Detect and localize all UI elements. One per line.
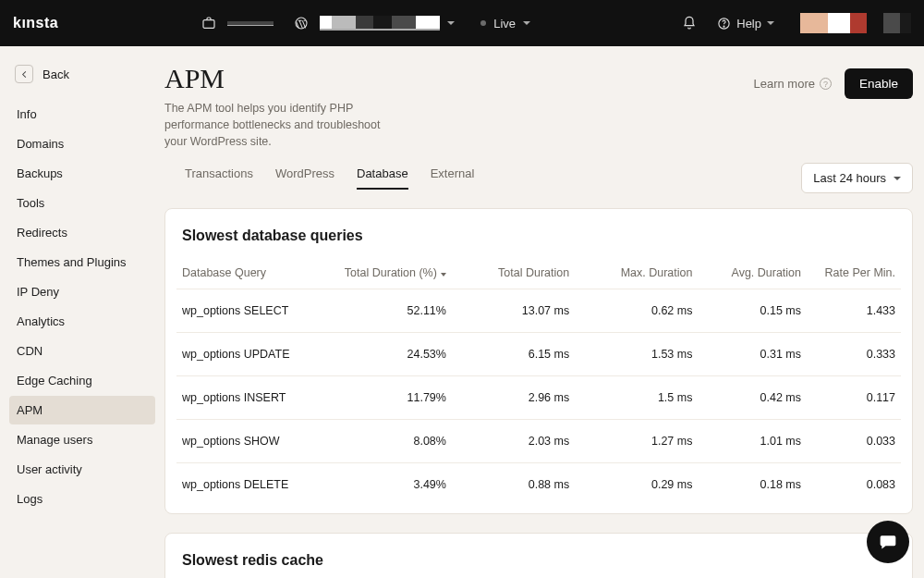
sidebar: Back InfoDomainsBackupsToolsRedirectsThe… xyxy=(0,46,164,578)
cell-total: 2.03 ms xyxy=(452,420,575,463)
svg-point-3 xyxy=(723,26,724,27)
col-max[interactable]: Max. Duration xyxy=(575,250,698,289)
sidebar-item-backups[interactable]: Backups xyxy=(9,159,155,188)
back-label: Back xyxy=(43,68,69,81)
table-row[interactable]: wp_options SELECT52.11%13.07 ms0.62 ms0.… xyxy=(176,289,901,333)
table-row[interactable]: wp_options UPDATE24.53%6.15 ms1.53 ms0.3… xyxy=(176,333,901,376)
cell-avg: 1.01 ms xyxy=(698,420,807,463)
col-rate[interactable]: Rate Per Min. xyxy=(807,250,901,289)
tabs: TransactionsWordPressDatabaseExternal xyxy=(185,166,474,190)
tab-wordpress[interactable]: WordPress xyxy=(275,166,334,190)
help-label: Help xyxy=(736,17,761,31)
time-range-dropdown[interactable]: Last 24 hours xyxy=(801,163,913,193)
cell-rate: 0.117 xyxy=(807,376,901,420)
slowest-db-card: Slowest database queries Database Query … xyxy=(164,208,913,514)
page-title: APM xyxy=(164,63,735,94)
slowest-redis-card: Slowest redis cache xyxy=(164,533,913,578)
cell-avg: 0.31 ms xyxy=(698,333,807,376)
sidebar-item-manage-users[interactable]: Manage users xyxy=(9,425,155,454)
table-row[interactable]: wp_options DELETE3.49%0.88 ms0.29 ms0.18… xyxy=(176,463,901,507)
enable-button[interactable]: Enable xyxy=(845,68,913,99)
cell-max: 0.29 ms xyxy=(575,463,698,507)
svg-rect-0 xyxy=(203,20,214,29)
cell-avg: 0.15 ms xyxy=(698,289,807,333)
brand-logo[interactable]: kınsta xyxy=(13,15,58,31)
help-tooltip-icon: ? xyxy=(820,78,832,90)
topbar: kınsta Live Help xyxy=(0,0,924,46)
db-queries-table: Database Query Total Duration (%) Total … xyxy=(176,250,901,506)
chat-icon xyxy=(879,533,897,551)
cell-pct: 24.53% xyxy=(329,333,452,376)
chat-button[interactable] xyxy=(867,521,909,563)
main-content: APM The APM tool helps you identify PHP … xyxy=(164,46,924,578)
cell-query: wp_options DELETE xyxy=(176,463,329,507)
cell-pct: 8.08% xyxy=(329,420,452,463)
company-name-redacted xyxy=(227,21,274,26)
tab-external[interactable]: External xyxy=(431,166,475,190)
sidebar-item-apm[interactable]: APM xyxy=(9,396,155,424)
cell-rate: 0.333 xyxy=(807,333,901,376)
sidebar-item-cdn[interactable]: CDN xyxy=(9,337,155,365)
chevron-down-icon xyxy=(447,21,455,25)
chevron-down-icon xyxy=(894,177,901,180)
col-pct[interactable]: Total Duration (%) xyxy=(329,250,452,289)
arrow-left-icon xyxy=(15,65,33,83)
env-label: Live xyxy=(493,17,516,31)
cell-total: 0.88 ms xyxy=(452,463,575,507)
sidebar-item-info[interactable]: Info xyxy=(9,100,155,129)
col-query[interactable]: Database Query xyxy=(176,250,329,289)
chevron-down-icon xyxy=(767,21,774,25)
briefcase-icon xyxy=(198,12,220,34)
sidebar-item-themes-and-plugins[interactable]: Themes and Plugins xyxy=(9,248,155,277)
cell-total: 6.15 ms xyxy=(452,333,575,376)
sidebar-item-logs[interactable]: Logs xyxy=(9,485,155,513)
cell-pct: 52.11% xyxy=(329,289,452,333)
sidebar-item-tools[interactable]: Tools xyxy=(9,189,155,217)
env-status-dot xyxy=(480,20,486,26)
environment-switcher[interactable]: Live xyxy=(480,17,530,31)
site-name-redacted xyxy=(320,16,440,31)
help-icon xyxy=(717,17,731,31)
cell-avg: 0.18 ms xyxy=(698,463,807,507)
cell-max: 1.53 ms xyxy=(575,333,698,376)
learn-more-label: Learn more xyxy=(753,77,814,91)
cell-query: wp_options SELECT xyxy=(176,289,329,333)
page-subtitle: The APM tool helps you identify PHP perf… xyxy=(164,100,405,150)
table-row[interactable]: wp_options SHOW8.08%2.03 ms1.27 ms1.01 m… xyxy=(176,420,901,463)
cell-query: wp_options INSERT xyxy=(176,376,329,420)
notifications-button[interactable] xyxy=(678,12,700,34)
cell-total: 13.07 ms xyxy=(452,289,575,333)
back-button[interactable]: Back xyxy=(9,57,155,100)
card-title: Slowest database queries xyxy=(176,228,901,250)
cell-rate: 0.033 xyxy=(807,420,901,463)
cell-query: wp_options SHOW xyxy=(176,420,329,463)
col-pct-label: Total Duration (%) xyxy=(345,266,437,279)
sidebar-item-domains[interactable]: Domains xyxy=(9,129,155,158)
account-avatar-redacted[interactable] xyxy=(800,13,911,33)
learn-more-link[interactable]: Learn more ? xyxy=(753,77,831,91)
sidebar-item-analytics[interactable]: Analytics xyxy=(9,307,155,336)
chevron-down-icon xyxy=(523,21,530,25)
sidebar-item-edge-caching[interactable]: Edge Caching xyxy=(9,366,155,395)
card-title: Slowest redis cache xyxy=(176,552,901,574)
cell-max: 0.62 ms xyxy=(575,289,698,333)
cell-max: 1.27 ms xyxy=(575,420,698,463)
wordpress-icon xyxy=(290,12,312,34)
cell-query: wp_options UPDATE xyxy=(176,333,329,376)
col-total[interactable]: Total Duration xyxy=(452,250,575,289)
sidebar-item-redirects[interactable]: Redirects xyxy=(9,218,155,247)
tab-transactions[interactable]: Transactions xyxy=(185,166,253,190)
cell-pct: 3.49% xyxy=(329,463,452,507)
col-avg[interactable]: Avg. Duration xyxy=(698,250,807,289)
help-menu[interactable]: Help xyxy=(717,17,774,31)
cell-max: 1.5 ms xyxy=(575,376,698,420)
table-row[interactable]: wp_options INSERT11.79%2.96 ms1.5 ms0.42… xyxy=(176,376,901,420)
cell-rate: 0.083 xyxy=(807,463,901,507)
site-switcher[interactable] xyxy=(290,12,455,34)
tab-database[interactable]: Database xyxy=(357,166,408,190)
sidebar-item-ip-deny[interactable]: IP Deny xyxy=(9,277,155,306)
time-range-label: Last 24 hours xyxy=(813,171,886,185)
sidebar-item-user-activity[interactable]: User activity xyxy=(9,455,155,484)
sort-desc-icon xyxy=(441,273,446,277)
company-switcher[interactable] xyxy=(198,12,274,34)
